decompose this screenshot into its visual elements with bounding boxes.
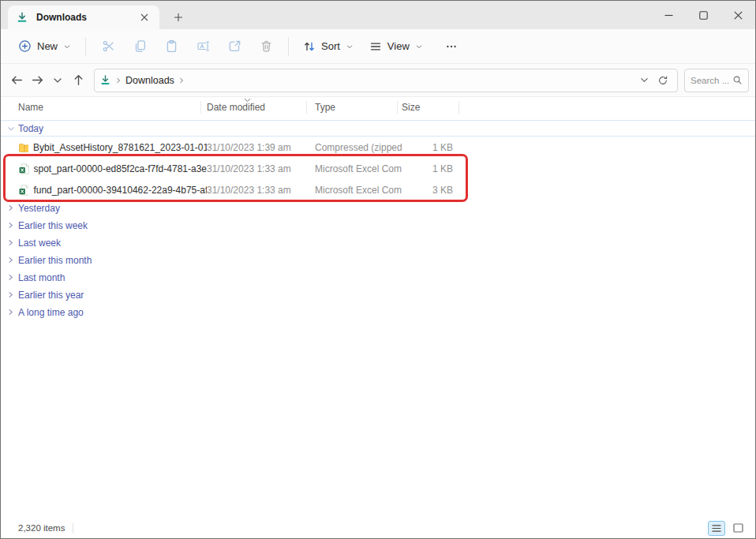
rename-button[interactable]	[187, 33, 219, 60]
group-label: Yesterday	[18, 203, 60, 214]
group-label: Earlier this week	[18, 220, 88, 231]
arrow-left-icon	[10, 73, 24, 87]
address-dropdown-button[interactable]	[634, 71, 653, 90]
file-type: Compressed (zipped)...	[315, 142, 402, 153]
minimize-button[interactable]	[651, 1, 686, 29]
group-label: Last month	[18, 272, 65, 283]
view-button-label: View	[387, 40, 410, 52]
recent-locations-button[interactable]	[48, 69, 67, 92]
chevron-right-icon	[7, 274, 15, 282]
sort-button[interactable]: Sort	[295, 33, 361, 60]
chevron-down-icon	[640, 76, 649, 84]
search-placeholder: Search ...	[691, 76, 732, 85]
group-header-earlier-this-year[interactable]: Earlier this year	[1, 286, 755, 304]
forward-button[interactable]	[28, 69, 47, 92]
file-type: Microsoft Excel Com...	[315, 185, 402, 196]
breadcrumb-downloads[interactable]: Downloads	[125, 75, 174, 86]
file-list: Name Date modified Type Size Today	[1, 97, 755, 518]
large-icons-view-icon	[733, 523, 743, 533]
tab-downloads[interactable]: Downloads	[8, 6, 159, 29]
chevron-right-icon	[7, 222, 15, 230]
see-more-button[interactable]	[436, 33, 467, 60]
file-name: fund_part-00000-39410462-22a9-4b75-afb1-…	[33, 185, 207, 196]
paste-button[interactable]	[155, 33, 187, 60]
file-name: spot_part-00000-ed85f2ca-f7fd-4781-a3e6-…	[34, 163, 208, 174]
group-header-last-week[interactable]: Last week	[1, 234, 755, 252]
search-icon	[732, 75, 743, 85]
group-header-yesterday[interactable]: Yesterday	[1, 200, 755, 217]
cut-button[interactable]	[92, 33, 124, 60]
view-button[interactable]: View	[361, 33, 431, 60]
file-row-fund-csv[interactable]: fund_part-00000-39410462-22a9-4b75-afb1-…	[1, 179, 755, 200]
navigation-bar: Downloads Search ...	[1, 64, 755, 97]
chevron-right-icon	[7, 204, 15, 212]
group-label: Earlier this year	[18, 290, 84, 301]
file-row-spot-csv[interactable]: spot_part-00000-ed85f2ca-f7fd-4781-a3e6-…	[1, 158, 755, 179]
excel-file-icon	[18, 184, 28, 197]
chevron-down-icon	[415, 43, 423, 51]
close-button[interactable]	[720, 1, 755, 29]
ellipsis-icon	[445, 40, 458, 53]
toolbar-divider	[288, 37, 289, 56]
refresh-button[interactable]	[653, 71, 672, 90]
tab-close-button[interactable]	[137, 10, 152, 24]
breadcrumb-chevron-icon	[178, 77, 185, 84]
large-icons-view-button[interactable]	[730, 521, 746, 535]
chevron-down-icon	[53, 76, 62, 85]
trash-icon	[260, 39, 273, 53]
copy-button[interactable]	[124, 33, 155, 60]
file-row-zip[interactable]: Bybit_AssetHistory_8781621_2023-01-01_20…	[1, 137, 755, 158]
group-header-earlier-this-week[interactable]: Earlier this week	[1, 217, 755, 234]
refresh-icon	[657, 75, 668, 86]
column-divider[interactable]	[397, 101, 398, 114]
group-header-today[interactable]: Today	[1, 120, 755, 137]
chevron-right-icon	[7, 239, 15, 247]
column-header-date-modified[interactable]: Date modified	[207, 97, 265, 118]
view-list-icon	[369, 40, 382, 53]
file-name: Bybit_AssetHistory_8781621_2023-01-01_20…	[33, 142, 207, 153]
titlebar: Downloads	[1, 1, 755, 29]
new-button[interactable]: New	[10, 33, 79, 60]
status-bar: 2,320 items	[1, 518, 755, 538]
arrow-up-icon	[72, 73, 85, 87]
file-date: 31/10/2023 1:39 am	[207, 142, 315, 153]
toolbar-divider	[85, 37, 86, 56]
tab-title: Downloads	[36, 12, 87, 23]
sort-button-label: Sort	[321, 40, 340, 52]
new-tab-button[interactable]	[168, 7, 189, 28]
file-explorer-window: Downloads Ne	[0, 0, 756, 539]
column-header-size[interactable]: Size	[402, 97, 420, 118]
delete-button[interactable]	[250, 33, 282, 60]
column-header-name[interactable]: Name	[18, 97, 43, 118]
details-view-button[interactable]	[708, 521, 725, 536]
file-date: 31/10/2023 1:33 am	[207, 163, 315, 174]
details-view-icon	[712, 524, 721, 533]
search-box[interactable]: Search ...	[684, 69, 749, 92]
zip-folder-icon	[18, 141, 28, 154]
chevron-right-icon	[7, 309, 15, 316]
share-icon	[228, 39, 241, 53]
new-button-label: New	[37, 40, 58, 52]
file-size: 1 KB	[402, 163, 453, 174]
column-divider[interactable]	[200, 101, 201, 114]
chevron-right-icon	[7, 256, 15, 264]
column-divider[interactable]	[306, 101, 307, 114]
up-button[interactable]	[69, 69, 88, 92]
group-label: Last week	[18, 238, 61, 249]
address-bar[interactable]: Downloads	[94, 69, 678, 92]
downloads-icon	[99, 74, 111, 86]
items-count: 2,320 items	[18, 523, 65, 533]
group-header-last-month[interactable]: Last month	[1, 269, 755, 286]
paste-icon	[165, 39, 178, 53]
maximize-button[interactable]	[686, 1, 720, 29]
status-divider	[73, 523, 73, 533]
column-divider[interactable]	[458, 101, 459, 114]
column-header-type[interactable]: Type	[315, 97, 335, 118]
view-toggles	[708, 521, 746, 536]
file-size: 1 KB	[402, 142, 453, 153]
share-button[interactable]	[219, 33, 250, 60]
group-header-earlier-this-month[interactable]: Earlier this month	[1, 252, 755, 269]
window-controls	[651, 1, 755, 29]
group-header-a-long-time-ago[interactable]: A long time ago	[1, 304, 755, 321]
back-button[interactable]	[7, 69, 26, 92]
